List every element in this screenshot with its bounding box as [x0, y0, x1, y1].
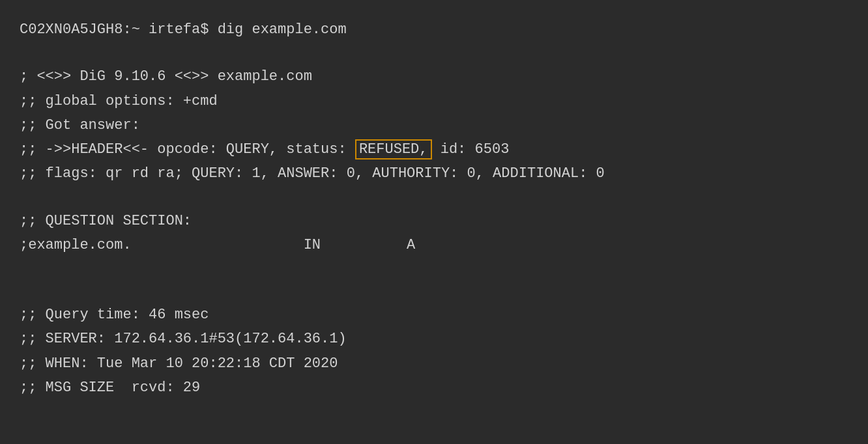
got-answer-line: ;; Got answer: [20, 114, 848, 137]
empty-line-3 [20, 258, 848, 281]
query-time-line: ;; Query time: 46 msec [20, 303, 848, 326]
flags-line: ;; flags: qr rd ra; QUERY: 1, ANSWER: 0,… [20, 162, 848, 185]
terminal-window: C02XN0A5JGH8:~ irtefa$ dig example.com ;… [0, 0, 868, 444]
command-line: C02XN0A5JGH8:~ irtefa$ dig example.com [20, 18, 848, 41]
global-options-line: ;; global options: +cmd [20, 90, 848, 113]
empty-line-4 [20, 281, 848, 303]
when-line: ;; WHEN: Tue Mar 10 20:22:18 CDT 2020 [20, 352, 848, 375]
header-pre: ;; ->>HEADER<<- opcode: QUERY, status: [20, 141, 355, 158]
question-section-entry: ;example.com. IN A [20, 234, 848, 257]
header-line: ;; ->>HEADER<<- opcode: QUERY, status: R… [20, 138, 848, 161]
dig-version-line: ; <<>> DiG 9.10.6 <<>> example.com [20, 65, 848, 88]
question-section-header: ;; QUESTION SECTION: [20, 210, 848, 232]
msg-size-line: ;; MSG SIZE rcvd: 29 [20, 376, 848, 399]
empty-line-2 [20, 186, 848, 209]
refused-highlight: REFUSED, [355, 139, 432, 160]
header-post: id: 6503 [432, 141, 510, 158]
empty-line-1 [20, 42, 848, 65]
server-line: ;; SERVER: 172.64.36.1#53(172.64.36.1) [20, 327, 848, 350]
